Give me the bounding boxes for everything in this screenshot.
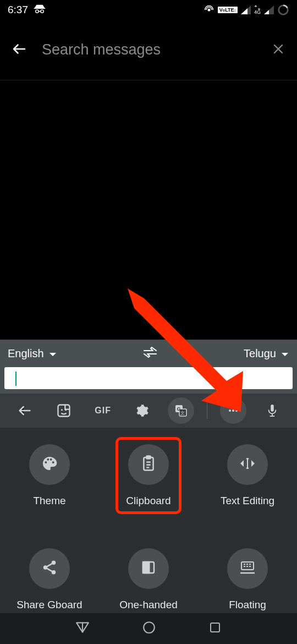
svg-rect-14 [271, 405, 274, 412]
translate-strip: English Telugu [0, 340, 297, 367]
kb-back-button[interactable] [12, 397, 38, 424]
loading-icon [277, 4, 289, 16]
annotation-highlight: Clipboard [116, 437, 181, 514]
svg-point-23 [144, 622, 155, 633]
text-editing-option[interactable]: Text Editing [206, 444, 289, 510]
palette-icon [41, 455, 58, 474]
keyboard-text-input[interactable] [4, 367, 293, 389]
status-time: 6:37 [8, 4, 28, 16]
svg-point-11 [229, 410, 231, 412]
lang-to-label: Telugu [244, 347, 276, 360]
clipboard-option[interactable]: Clipboard [107, 444, 190, 510]
text-cursor-icon [238, 456, 257, 473]
floating-option[interactable]: Floating [206, 548, 289, 611]
svg-point-17 [52, 561, 56, 565]
lang-to-selector[interactable]: Telugu [244, 347, 289, 360]
svg-point-0 [36, 10, 39, 13]
theme-label: Theme [33, 495, 65, 507]
nav-home-icon[interactable] [142, 620, 156, 637]
nav-recent-icon[interactable] [208, 621, 222, 636]
floating-label: Floating [229, 599, 266, 611]
more-button[interactable] [220, 397, 246, 424]
lang-from-selector[interactable]: English [8, 347, 57, 360]
one-handed-label: One-handed [119, 599, 178, 611]
svg-point-1 [41, 10, 44, 13]
data-indicator: 4G [254, 6, 261, 14]
one-handed-icon [140, 559, 157, 578]
hotspot-icon [204, 4, 215, 15]
keyboard-input-row [0, 367, 297, 394]
theme-option[interactable]: Theme [8, 444, 91, 510]
back-icon[interactable] [11, 41, 28, 59]
svg-point-2 [207, 9, 210, 12]
keyboard-options: Theme Clipboard Text Editing Share Gboar… [0, 428, 297, 633]
signal-icon-2 [264, 6, 274, 14]
keyboard-toolbar: GIF G文 [0, 394, 297, 428]
floating-icon [238, 560, 257, 577]
svg-point-19 [52, 570, 56, 575]
system-nav-bar [0, 613, 297, 644]
svg-point-5 [61, 409, 63, 411]
signal-icon-1 [241, 6, 251, 14]
sticker-button[interactable] [51, 397, 77, 424]
status-bar: 6:37 VoLTE↕ 4G [0, 0, 297, 20]
one-handed-option[interactable]: One-handed [107, 548, 190, 611]
nav-back-icon[interactable] [75, 620, 90, 637]
translate-button[interactable]: G文 [168, 397, 194, 424]
close-icon[interactable] [271, 41, 286, 59]
chevron-down-icon [280, 347, 289, 360]
share-label: Share Gboard [16, 599, 82, 611]
text-editing-label: Text Editing [221, 495, 274, 507]
swap-icon[interactable] [143, 347, 157, 361]
clipboard-label: Clipboard [126, 495, 170, 507]
gif-button[interactable]: GIF [90, 397, 116, 424]
settings-button[interactable] [129, 397, 155, 424]
svg-rect-16 [146, 456, 150, 459]
share-option[interactable]: Share Gboard [8, 548, 91, 611]
mic-button[interactable] [259, 397, 285, 424]
svg-text:文: 文 [180, 411, 185, 416]
share-icon [41, 559, 58, 578]
lang-from-label: English [8, 347, 44, 360]
svg-point-12 [232, 410, 234, 412]
svg-point-18 [43, 565, 48, 570]
app-search-bar [0, 20, 297, 80]
toolbar-divider [207, 402, 207, 419]
search-input[interactable] [42, 41, 256, 58]
svg-point-6 [65, 409, 67, 411]
message-list [0, 80, 297, 340]
chevron-down-icon [48, 347, 57, 360]
volte-icon: VoLTE↕ [218, 7, 238, 13]
clipboard-icon [140, 455, 157, 474]
incognito-icon [34, 4, 46, 16]
svg-point-13 [235, 410, 238, 412]
svg-rect-24 [211, 623, 219, 632]
